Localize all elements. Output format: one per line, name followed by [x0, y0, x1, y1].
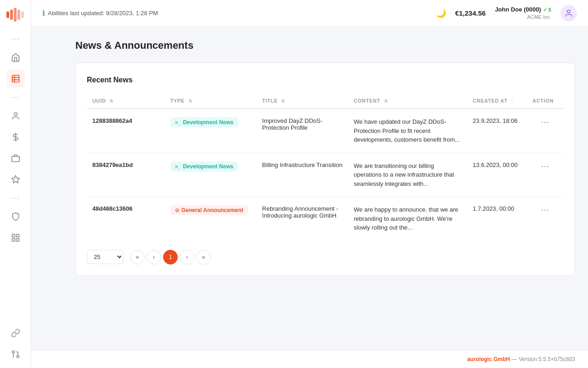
sidebar-item-favorites[interactable] — [6, 170, 25, 189]
cell-title-0: Improved DayZ DDoS-Protection Profile — [257, 109, 348, 153]
cell-content-0: We have updated our DayZ DDoS-Protection… — [348, 109, 467, 153]
svg-rect-1 — [10, 10, 13, 20]
cell-title-1: Billing Infrastructure Transition — [257, 153, 348, 197]
svg-rect-14 — [16, 235, 19, 237]
user-avatar[interactable] — [560, 5, 577, 22]
pagination-area: 25 50 100 « ‹ 1 › » — [87, 250, 564, 264]
action-menu-2[interactable]: ··· — [541, 205, 549, 214]
cell-type-0: >_ Development News — [165, 109, 257, 153]
cell-uuid-0: 1288388862a4 — [87, 109, 165, 153]
cell-date-1: 13.6.2023, 00:00 — [467, 153, 527, 197]
svg-rect-15 — [12, 239, 15, 242]
page-title: News & Announcements — [75, 40, 575, 52]
cell-uuid-2: 48d468c13606 — [87, 197, 165, 241]
svg-point-17 — [17, 356, 19, 358]
cell-title-2: Rebranding Announcement - Introducing au… — [257, 197, 348, 241]
action-menu-0[interactable]: ··· — [541, 117, 549, 126]
svg-rect-11 — [11, 156, 19, 162]
per-page-select[interactable]: 25 50 100 — [87, 250, 124, 264]
pagination-prev[interactable]: ‹ — [147, 250, 161, 264]
table-row: 48d468c13606 ⊙ General Announcement Rebr… — [87, 197, 564, 241]
col-type[interactable]: TYPE ⇅ — [165, 93, 257, 109]
sidebar-item-billing[interactable] — [6, 128, 25, 146]
cell-date-0: 23.9.2023, 18:06 — [467, 109, 527, 153]
pagination-first[interactable]: « — [130, 250, 145, 264]
svg-rect-5 — [12, 75, 19, 82]
type-badge-0: >_ Development News — [170, 117, 238, 127]
sidebar-item-security[interactable] — [6, 207, 25, 226]
info-icon: ℹ — [42, 9, 45, 17]
table-row: 1288388862a4 >_ Development News Improve… — [87, 109, 564, 153]
cell-date-2: 1.7.2023, 00:00 — [467, 197, 527, 241]
topbar-info: ℹ Abilities last updated: 9/28/2023, 1:2… — [42, 9, 429, 17]
sidebar-dots-1: ··· — [11, 34, 20, 44]
sidebar-dots-3: ··· — [11, 193, 20, 203]
type-badge-2: ⊙ General Announcement — [170, 205, 248, 215]
cell-action-0[interactable]: ··· — [527, 109, 564, 153]
svg-rect-16 — [16, 239, 19, 242]
pagination-next[interactable]: › — [180, 250, 194, 264]
cell-content-2: We are happy to announce, that we are re… — [348, 197, 467, 241]
sidebar: ··· ··· ··· — [0, 0, 31, 368]
sidebar-item-news[interactable] — [6, 69, 25, 88]
svg-rect-0 — [6, 12, 9, 18]
sort-icon-content: ⇅ — [384, 98, 388, 104]
col-title[interactable]: TITLE ⇅ — [257, 93, 348, 109]
sidebar-item-users[interactable] — [6, 107, 25, 125]
footer-brand: aurologic GmbH — [467, 356, 510, 362]
svg-point-20 — [567, 10, 571, 13]
user-info: John Doe (0000) ✓ $ ACME Inc. — [495, 6, 551, 20]
svg-rect-13 — [12, 235, 15, 237]
sidebar-item-home[interactable] — [6, 48, 25, 67]
news-table: UUID ⇅ TYPE ⇅ TITLE ⇅ CONTENT ⇅ — [87, 93, 564, 241]
col-uuid[interactable]: UUID ⇅ — [87, 93, 165, 109]
svg-rect-2 — [14, 8, 17, 22]
user-verified-icons: ✓ $ — [543, 6, 551, 13]
svg-rect-4 — [21, 12, 24, 18]
balance-display: €1,234.56 — [455, 9, 486, 17]
pagination-last[interactable]: » — [196, 250, 211, 264]
col-content[interactable]: CONTENT ⇅ — [348, 93, 467, 109]
main-content: News & Announcements Recent News UUID ⇅ … — [62, 27, 588, 368]
topbar-right: 🌙 €1,234.56 John Doe (0000) ✓ $ ACME Inc… — [436, 5, 577, 22]
type-badge-1: >_ Development News — [170, 161, 238, 172]
cell-type-2: ⊙ General Announcement — [165, 197, 257, 241]
sort-icon-created: ↑ — [511, 98, 514, 104]
abilities-text: Abilities last updated: 9/28/2023, 1:28 … — [48, 10, 158, 17]
sidebar-item-services[interactable] — [6, 149, 25, 167]
sidebar-item-grid[interactable] — [6, 229, 25, 247]
col-action: ACTION — [527, 93, 564, 109]
logo — [6, 5, 26, 25]
svg-rect-3 — [17, 10, 20, 20]
sort-icon-type: ⇅ — [188, 98, 192, 104]
cell-uuid-1: 8384279ea1bd — [87, 153, 165, 197]
table-row: 8384279ea1bd >_ Development News Billing… — [87, 153, 564, 197]
sidebar-dots-2: ··· — [11, 92, 20, 102]
type-badge-icon-2: ⊙ — [175, 207, 179, 213]
pagination-page-1[interactable]: 1 — [163, 250, 178, 264]
news-card: Recent News UUID ⇅ TYPE ⇅ TITLE ⇅ — [75, 63, 575, 276]
user-name: John Doe (0000) ✓ $ — [495, 6, 551, 14]
col-created[interactable]: CREATED AT ↑ — [467, 93, 527, 109]
pagination-buttons: « ‹ 1 › » — [130, 250, 211, 264]
footer-version: — Version 5.5.5+b75c803 — [512, 356, 575, 362]
table-header-row: UUID ⇅ TYPE ⇅ TITLE ⇅ CONTENT ⇅ — [87, 93, 564, 109]
svg-marker-12 — [11, 176, 19, 183]
sort-icon-uuid: ⇅ — [109, 98, 113, 104]
sidebar-item-git[interactable] — [6, 345, 25, 363]
topbar: ℹ Abilities last updated: 9/28/2023, 1:2… — [31, 0, 588, 27]
card-title: Recent News — [87, 76, 564, 84]
type-badge-icon-0: >_ — [175, 120, 181, 125]
footer: aurologic GmbH — Version 5.5.5+b75c803 — [31, 350, 588, 368]
theme-toggle[interactable]: 🌙 — [436, 8, 446, 18]
cell-type-1: >_ Development News — [165, 153, 257, 197]
svg-point-9 — [14, 113, 17, 116]
cell-action-2[interactable]: ··· — [527, 197, 564, 241]
type-badge-icon-1: >_ — [175, 164, 181, 169]
cell-action-1[interactable]: ··· — [527, 153, 564, 197]
sort-icon-title: ⇅ — [281, 98, 285, 104]
sidebar-item-link[interactable] — [6, 324, 25, 342]
action-menu-1[interactable]: ··· — [541, 161, 549, 171]
user-company: ACME Inc. — [527, 14, 551, 20]
cell-content-1: We are transitioning our billing operati… — [348, 153, 467, 197]
